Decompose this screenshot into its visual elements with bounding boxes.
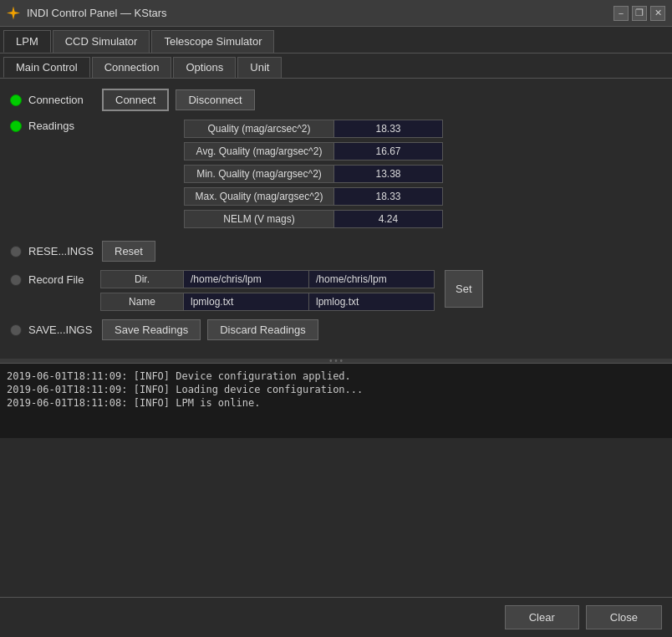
reading-value-3: 18.33: [334, 187, 443, 206]
reading-row-3: Max. Quality (mag/argsec^2) 18.33: [184, 187, 443, 206]
log-line-0: 2019-06-01T18:11:09: [INFO] Device confi…: [7, 370, 665, 382]
connect-button[interactable]: Connect: [102, 89, 169, 111]
readings-section: Readings Quality (mag/arcsec^2) 18.33 Av…: [10, 120, 662, 232]
tab-telescope-simulator[interactable]: Telescope Simulator: [151, 30, 274, 53]
reading-field-3: Max. Quality (mag/argsec^2): [184, 187, 334, 206]
reading-row-4: NELM (V mags) 4.24: [184, 210, 443, 228]
record-file-inputs: Dir. /home/chris/lpm /home/chris/lpm Nam…: [100, 270, 435, 311]
log-line-2: 2019-06-01T18:11:08: [INFO] LPM is onlin…: [7, 397, 665, 409]
reading-row-2: Min. Quality (mag/argsec^2) 13.38: [184, 165, 443, 183]
reading-value-0: 18.33: [334, 120, 443, 138]
discard-readings-button[interactable]: Discard Readings: [207, 319, 318, 340]
subtab-main-control[interactable]: Main Control: [3, 57, 90, 78]
name-value2: lpmlog.txt: [309, 293, 435, 311]
tab-ccd-simulator[interactable]: CCD Simulator: [53, 30, 150, 53]
reading-value-4: 4.24: [334, 210, 443, 228]
subtab-connection[interactable]: Connection: [92, 57, 172, 78]
reading-field-1: Avg. Quality (mag/argsec^2): [184, 142, 334, 161]
reading-row-0: Quality (mag/arcsec^2) 18.33: [184, 120, 443, 138]
resets-row: RESE...INGS Reset: [10, 241, 662, 262]
save-label: SAVE...INGS: [28, 324, 95, 336]
minimize-button[interactable]: −: [613, 6, 629, 21]
bottom-bar: Clear Close: [0, 597, 672, 637]
save-indicator: [10, 324, 22, 336]
dir-label: Dir.: [100, 270, 184, 288]
set-button[interactable]: Set: [445, 270, 483, 308]
window-controls: − ❐ ✕: [613, 6, 665, 21]
readings-group: Quality (mag/arcsec^2) 18.33 Avg. Qualit…: [184, 120, 443, 232]
window-title: INDI Control Panel — KStars: [27, 7, 167, 19]
subtab-options[interactable]: Options: [173, 57, 236, 78]
panel-content: Connection Connect Disconnect Readings Q…: [0, 79, 672, 597]
readings-left: Readings: [10, 120, 94, 132]
dir-value2: /home/chris/lpm: [309, 270, 435, 288]
clear-button[interactable]: Clear: [505, 605, 579, 629]
connection-label: Connection: [28, 94, 95, 106]
reading-row-1: Avg. Quality (mag/argsec^2) 16.67: [184, 142, 443, 161]
subtab-unit[interactable]: Unit: [237, 57, 282, 78]
content-area: Connection Connect Disconnect Readings Q…: [0, 79, 672, 359]
record-file-label: Record File: [28, 273, 94, 286]
save-row: SAVE...INGS Save Readings Discard Readin…: [10, 319, 662, 340]
record-indicator: [10, 274, 22, 286]
record-name-row: Name lpmlog.txt lpmlog.txt: [100, 293, 435, 311]
panel-body: LPM CCD Simulator Telescope Simulator Ma…: [0, 27, 672, 637]
record-dir-row: Dir. /home/chris/lpm /home/chris/lpm: [100, 270, 435, 288]
reset-button[interactable]: Reset: [102, 241, 155, 262]
tab-lpm[interactable]: LPM: [3, 30, 51, 53]
disconnect-button[interactable]: Disconnect: [176, 89, 254, 110]
reading-field-2: Min. Quality (mag/argsec^2): [184, 165, 334, 183]
reading-field-0: Quality (mag/arcsec^2): [184, 120, 334, 138]
resets-label: RESE...INGS: [28, 245, 95, 257]
close-window-button[interactable]: ✕: [650, 6, 665, 21]
connection-row: Connection Connect Disconnect: [10, 89, 662, 111]
readings-label: Readings: [28, 120, 94, 132]
log-area: 2019-06-01T18:11:09: [INFO] Device confi…: [0, 363, 672, 438]
name-value1: lpmlog.txt: [184, 293, 309, 311]
readings-indicator: [10, 120, 22, 132]
title-bar-left: INDI Control Panel — KStars: [7, 7, 167, 20]
app-icon: [7, 7, 20, 20]
resets-indicator: [10, 246, 22, 257]
dir-value1: /home/chris/lpm: [184, 270, 309, 288]
name-label: Name: [100, 293, 184, 311]
sub-tabs: Main Control Connection Options Unit: [0, 54, 672, 79]
resize-dots: • • •: [329, 356, 343, 365]
record-file-section: Record File Dir. /home/chris/lpm /home/c…: [10, 270, 662, 311]
restore-button[interactable]: ❐: [632, 6, 647, 21]
save-readings-button[interactable]: Save Readings: [102, 319, 201, 340]
reading-field-4: NELM (V mags): [184, 210, 334, 228]
main-tabs: LPM CCD Simulator Telescope Simulator: [0, 27, 672, 54]
reading-value-1: 16.67: [334, 142, 443, 161]
log-line-1: 2019-06-01T18:11:09: [INFO] Loading devi…: [7, 384, 665, 395]
title-bar: INDI Control Panel — KStars − ❐ ✕: [0, 0, 672, 27]
connection-indicator: [10, 94, 22, 106]
close-button[interactable]: Close: [586, 605, 662, 629]
reading-value-2: 13.38: [334, 165, 443, 183]
